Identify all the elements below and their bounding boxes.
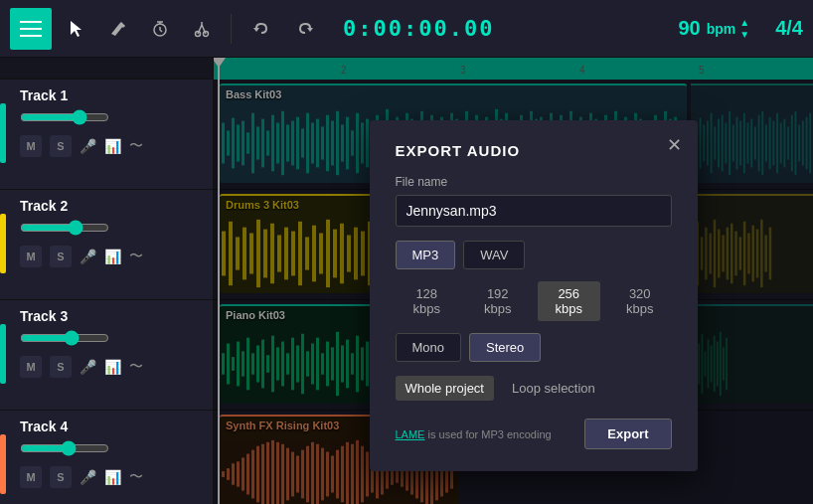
track-header-2: Track 2 M S 🎤 📊 〜 — [0, 190, 213, 300]
track-4-header-top: Track 4 — [10, 419, 203, 434]
timeline-area[interactable]: 2 3 4 5 Bass Kit03 — [214, 58, 813, 504]
track-3-color-bar — [0, 324, 6, 384]
track-2-name: Track 2 — [20, 198, 68, 214]
track-2-solo[interactable]: S — [50, 246, 72, 267]
time-display: 0:00:00.00 — [343, 16, 494, 41]
track-4-solo[interactable]: S — [50, 466, 72, 488]
track-1-mute[interactable]: M — [20, 135, 42, 157]
track-3-header-top: Track 3 — [10, 308, 203, 324]
track-1-eq-icon[interactable]: 📊 — [104, 138, 121, 154]
kbps-320-button[interactable]: 320 kbps — [608, 281, 672, 321]
track-headers: Track 1 M S 🎤 📊 〜 Track 2 M S 🎤 📊 — [0, 58, 214, 504]
file-name-input[interactable] — [396, 195, 672, 227]
track-1-header-top: Track 1 — [10, 87, 203, 103]
redo-button[interactable] — [287, 14, 323, 44]
track-1-name: Track 1 — [20, 87, 68, 103]
select-tool-button[interactable] — [60, 14, 93, 44]
track-header-3: Track 3 M S 🎤 📊 〜 — [0, 300, 213, 411]
track-3-wave-icon[interactable]: 〜 — [129, 358, 143, 376]
mono-button[interactable]: Mono — [396, 333, 462, 362]
kbps-128-button[interactable]: 128 kbps — [396, 281, 459, 321]
track-4-color-bar — [0, 434, 6, 494]
track-2-controls: M S 🎤 📊 〜 — [20, 246, 203, 267]
format-mp3-button[interactable]: MP3 — [396, 241, 456, 269]
lame-link[interactable]: LAME — [396, 428, 425, 440]
stereo-button[interactable]: Stereo — [469, 333, 541, 362]
main-area: Track 1 M S 🎤 📊 〜 Track 2 M S 🎤 📊 — [0, 58, 813, 504]
track-3-mic-icon[interactable]: 🎤 — [80, 359, 96, 375]
track-2-eq-icon[interactable]: 📊 — [104, 249, 121, 264]
track-4-mic-icon[interactable]: 🎤 — [80, 469, 96, 485]
track-4-controls: M S 🎤 📊 〜 — [20, 466, 203, 488]
kbps-row: 128 kbps 192 kbps 256 kbps 320 kbps — [396, 281, 672, 321]
whole-project-button[interactable]: Whole project — [396, 376, 494, 401]
track-2-volume[interactable] — [20, 220, 109, 236]
export-audio-modal: EXPORT AUDIO ✕ File name MP3 WAV 128 kbp… — [370, 120, 698, 471]
format-row: MP3 WAV — [396, 241, 672, 269]
channel-row: Mono Stereo — [396, 333, 672, 362]
track-3-volume[interactable] — [20, 330, 109, 346]
draw-tool-button[interactable] — [101, 14, 135, 44]
track-1-mic-icon[interactable]: 🎤 — [80, 138, 96, 154]
cut-tool-button[interactable] — [185, 14, 219, 44]
timer-tool-button[interactable] — [143, 14, 177, 44]
track-2-wave-icon[interactable]: 〜 — [129, 248, 143, 265]
track-3-eq-icon[interactable]: 📊 — [104, 359, 121, 375]
time-signature: 4/4 — [775, 17, 803, 40]
track-2-mute[interactable]: M — [20, 246, 42, 267]
svg-marker-0 — [71, 21, 81, 37]
track-3-name: Track 3 — [20, 308, 68, 324]
modal-footer: LAME is used for MP3 encoding Export — [396, 419, 672, 449]
modal-title: EXPORT AUDIO — [396, 142, 672, 159]
track-1-controls: M S 🎤 📊 〜 — [20, 135, 203, 157]
track-3-mute[interactable]: M — [20, 356, 42, 378]
track-2-mic-icon[interactable]: 🎤 — [80, 249, 96, 264]
timeline-spacer — [0, 58, 213, 80]
track-header-1: Track 1 M S 🎤 📊 〜 — [0, 80, 213, 190]
track-3-solo[interactable]: S — [50, 356, 72, 378]
track-2-header-top: Track 2 — [10, 198, 203, 214]
track-4-volume[interactable] — [20, 440, 109, 456]
track-4-mute[interactable]: M — [20, 466, 42, 488]
track-1-volume[interactable] — [20, 109, 109, 125]
toolbar: 0:00:00.00 90 bpm ▲▼ 4/4 — [0, 0, 813, 58]
loop-selection-button[interactable]: Loop selection — [502, 376, 605, 401]
scope-row: Whole project Loop selection — [396, 376, 672, 401]
track-2-color-bar — [0, 214, 6, 273]
modal-overlay: EXPORT AUDIO ✕ File name MP3 WAV 128 kbp… — [214, 58, 813, 504]
track-1-color-bar — [0, 103, 6, 163]
kbps-192-button[interactable]: 192 kbps — [466, 281, 530, 321]
track-4-wave-icon[interactable]: 〜 — [129, 468, 143, 486]
format-wav-button[interactable]: WAV — [463, 241, 525, 269]
track-3-controls: M S 🎤 📊 〜 — [20, 356, 203, 378]
undo-button[interactable] — [244, 14, 279, 44]
bpm-display: 90 bpm ▲▼ — [678, 17, 749, 40]
track-4-eq-icon[interactable]: 📊 — [104, 469, 121, 485]
toolbar-separator-1 — [231, 14, 232, 44]
menu-button[interactable] — [10, 8, 52, 50]
kbps-256-button[interactable]: 256 kbps — [538, 281, 601, 321]
track-1-solo[interactable]: S — [50, 135, 72, 157]
track-1-wave-icon[interactable]: 〜 — [129, 137, 143, 155]
track-header-4: Track 4 M S 🎤 📊 〜 — [0, 411, 213, 504]
export-button[interactable]: Export — [584, 419, 671, 449]
lame-note: LAME is used for MP3 encoding — [396, 428, 552, 440]
file-name-label: File name — [396, 175, 672, 189]
bpm-stepper[interactable]: ▲▼ — [739, 17, 749, 40]
modal-close-button[interactable]: ✕ — [667, 134, 682, 156]
track-4-name: Track 4 — [20, 419, 68, 434]
